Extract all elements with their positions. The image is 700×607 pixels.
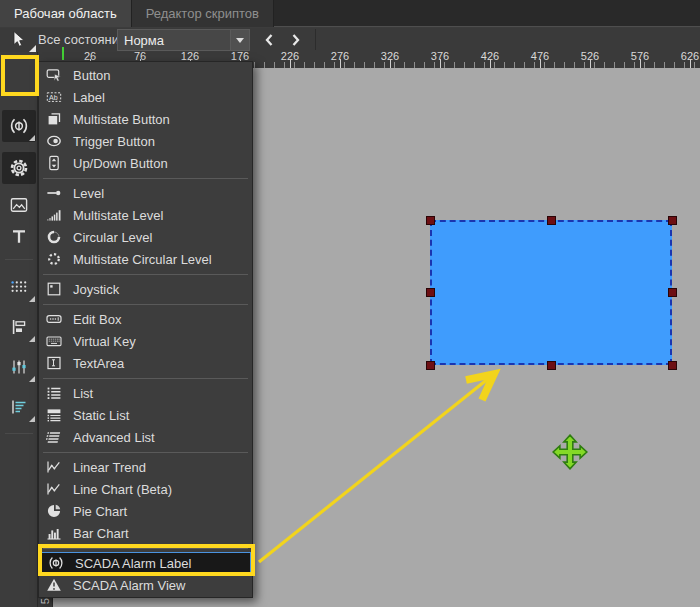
menu-item-label: List [73,386,93,401]
menu-item-trigger-button[interactable]: Trigger Button [39,130,252,152]
ruler-major-tick [640,59,641,68]
select-tool-button[interactable] [2,27,36,52]
list-icon [46,385,62,401]
align-tool[interactable] [2,311,36,343]
ruler-major-tick [490,59,491,68]
menu-item-label: Joystick [73,282,119,297]
resize-handle-sw[interactable] [426,361,435,370]
ruler-origin-marker [62,47,64,60]
menu-item-label: Trigger Button [73,134,155,149]
menu-item-line-chart-beta[interactable]: Line Chart (Beta) [39,478,252,500]
scada-editor-window: Рабочая областьРедактор скриптов Все сос… [0,0,700,607]
all-states-label: Все состояния [38,32,126,47]
button-cursor-icon [46,67,62,83]
menu-separator [43,274,248,275]
state-dropdown-value: Норма [124,33,164,48]
ruler-major-tick [540,59,541,68]
resize-handle-n[interactable] [547,216,556,225]
warning-icon [46,577,62,593]
static-list-icon [46,407,62,423]
menu-item-scada-alarm-label[interactable]: SCADA Alarm Label [40,552,251,574]
advanced-list-icon [46,429,62,445]
menu-item-joystick[interactable]: Joystick [39,278,252,300]
menu-item-static-list[interactable]: Static List [39,404,252,426]
text-tool[interactable] [2,221,36,253]
menu-item-advanced-list[interactable]: Advanced List [39,426,252,448]
dropdown-arrow-button[interactable] [230,30,249,50]
menu-item-multistate-button[interactable]: Multistate Button [39,108,252,130]
menu-item-label: TextArea [73,356,124,371]
menu-item-label: Button [73,68,111,83]
tab-[interactable]: Редактор скриптов [132,0,274,27]
image-tool[interactable] [2,189,36,221]
menu-separator [43,378,248,379]
arrange-tool[interactable] [2,391,36,423]
resize-handle-s[interactable] [547,361,556,370]
line-trend-icon [46,459,62,475]
menu-item-bar-chart[interactable]: Bar Chart [39,522,252,544]
alarm-label-icon [48,555,64,571]
resize-handle-w[interactable] [426,288,435,297]
menu-item-multistate-level[interactable]: Multistate Level [39,204,252,226]
menu-item-level[interactable]: Level [39,182,252,204]
editbox-icon [46,311,62,327]
menu-item-label: Label [73,90,105,105]
joystick-icon [46,281,62,297]
menu-item-button[interactable]: Button [39,64,252,86]
ruler-major-tick [290,59,291,68]
layers-icon [46,111,62,127]
sidebar-separator [5,433,33,434]
menu-item-pie-chart[interactable]: Pie Chart [39,500,252,522]
menu-item-virtual-key[interactable]: Virtual Key [39,330,252,352]
menu-item-label: SCADA Alarm View [73,578,185,593]
resize-handle-se[interactable] [668,361,677,370]
tab-bar: Рабочая областьРедактор скриптов [0,0,700,27]
previous-state-button[interactable] [257,29,281,51]
selected-widget-rect[interactable] [430,220,672,365]
menu-item-multistate-circular-level[interactable]: Multistate Circular Level [39,248,252,270]
menu-item-linear-trend[interactable]: Linear Trend [39,456,252,478]
pie-icon [46,503,62,519]
resize-handle-e[interactable] [668,288,677,297]
widget-palette-menu: ButtonAbLabelMultistate ButtonTrigger Bu… [38,61,253,598]
menu-item-label[interactable]: AbLabel [39,86,252,108]
settings-tool[interactable] [2,152,36,184]
state-dropdown[interactable]: Норма [117,29,250,51]
dotted-circle-icon [46,251,62,267]
cursor-arrow-icon [8,29,28,49]
svg-text:Ab: Ab [49,94,58,101]
toolbar-separator [315,29,316,50]
menu-item-edit-box[interactable]: Edit Box [39,308,252,330]
ruler-major-tick [690,59,691,68]
menu-item-scada-alarm-view[interactable]: SCADA Alarm View [39,574,252,596]
menu-item-label: Linear Trend [73,460,146,475]
label-ab-icon: Ab [46,89,62,105]
toolbar: Все состояния Норма [0,28,700,52]
next-state-button[interactable] [284,29,308,51]
menu-separator [43,178,248,179]
widget-grid-tool[interactable] [2,271,36,303]
resize-handle-ne[interactable] [668,216,677,225]
ruler-major-tick [590,59,591,68]
menu-item-circular-level[interactable]: Circular Level [39,226,252,248]
chevron-right-icon [291,33,301,47]
menu-item-up-down-button[interactable]: Up/Down Button [39,152,252,174]
bars-ascending-icon [46,207,62,223]
menu-separator [43,304,248,305]
menu-item-textarea[interactable]: TextArea [39,352,252,374]
menu-item-label: Pie Chart [73,504,127,519]
slider-dot-icon [46,185,62,201]
tab-[interactable]: Рабочая область [0,0,132,27]
menu-item-label: Level [73,186,104,201]
resize-handle-nw[interactable] [426,216,435,225]
menu-item-list[interactable]: List [39,382,252,404]
chevron-down-icon [236,38,244,43]
spinner-icon [46,155,62,171]
menu-item-label: Advanced List [73,430,155,445]
chevron-left-icon [264,33,274,47]
alarm-widgets-tool[interactable] [2,110,36,142]
distribute-tool[interactable] [2,351,36,383]
keyboard-icon [46,333,62,349]
menu-item-label: Multistate Circular Level [73,252,212,267]
menu-item-label: Virtual Key [73,334,136,349]
